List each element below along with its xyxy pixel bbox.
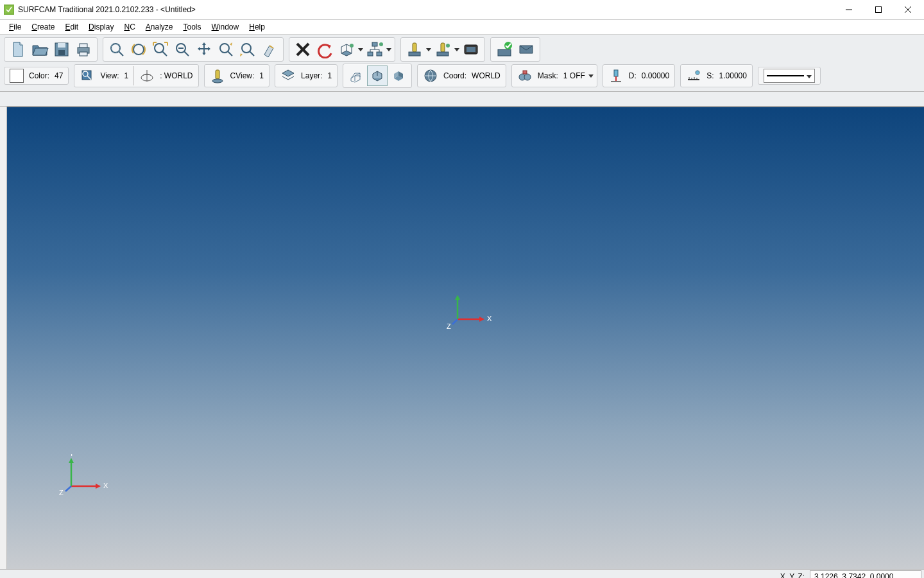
tool-button-2[interactable]: [432, 39, 453, 60]
cview-value[interactable]: 1: [259, 71, 264, 80]
zoom-window-button[interactable]: [107, 39, 127, 60]
new-button[interactable]: [8, 39, 28, 60]
layer-group: Layer: 1: [275, 64, 338, 87]
zoom-out-dynamic-button[interactable]: [237, 39, 258, 60]
menu-display[interactable]: Display: [83, 21, 119, 33]
svg-rect-13: [112, 44, 119, 52]
toolbar-file-group: [4, 37, 98, 62]
mask-dropdown[interactable]: [588, 74, 594, 78]
menu-analyze[interactable]: Analyze: [141, 21, 178, 33]
toolbar-row-2: Color: 47 View: 1 : WORLD CView: 1 Layer…: [4, 64, 920, 88]
menu-window[interactable]: Window: [207, 21, 244, 33]
title-bar: SURFCAM Traditional 2021.0.2102.233 - <U…: [0, 0, 924, 20]
zoom-previous-button[interactable]: [128, 39, 149, 60]
svg-rect-2: [876, 7, 882, 13]
toolbar-area: Color: 47 View: 1 : WORLD CView: 1 Layer…: [0, 35, 924, 92]
layer-icon[interactable]: [278, 66, 298, 85]
zoom-out-button[interactable]: [172, 39, 193, 60]
verify-button[interactable]: [494, 39, 515, 60]
transform-button[interactable]: [336, 39, 357, 60]
transform-dropdown[interactable]: [357, 48, 364, 51]
toolbar-verify-group: [490, 37, 540, 62]
color-swatch[interactable]: [10, 69, 24, 83]
linetype-selector[interactable]: [764, 69, 815, 83]
operations-button[interactable]: [461, 39, 481, 60]
scale-icon[interactable]: [684, 66, 703, 85]
hierarchy-dropdown[interactable]: [386, 48, 392, 51]
shade-group: [343, 64, 412, 88]
undo-button[interactable]: [314, 39, 335, 60]
svg-text:X: X: [103, 482, 108, 489]
tool-dropdown-1[interactable]: [425, 48, 432, 51]
repaint-button[interactable]: [259, 39, 280, 60]
pan-button[interactable]: [194, 39, 214, 60]
view-icon[interactable]: [78, 66, 97, 85]
menu-nc[interactable]: NC: [119, 21, 140, 33]
svg-rect-44: [216, 70, 219, 79]
shaded-edges-button[interactable]: [367, 66, 388, 86]
menu-create[interactable]: Create: [26, 21, 60, 33]
viewport[interactable]: X Y Y Y Z X Y Z: [7, 107, 924, 569]
s-value[interactable]: 1.00000: [719, 71, 747, 80]
world-icon[interactable]: [137, 66, 157, 85]
hierarchy-button[interactable]: [364, 39, 385, 60]
svg-line-73: [65, 486, 71, 491]
color-value[interactable]: 47: [55, 71, 63, 80]
zoom-fit-button[interactable]: [150, 39, 171, 60]
cview-icon[interactable]: [208, 66, 227, 85]
minimize-button[interactable]: [834, 0, 864, 19]
svg-rect-32: [409, 52, 420, 56]
svg-text:Z: Z: [59, 489, 64, 496]
menu-tools[interactable]: Tools: [178, 21, 207, 33]
svg-line-23: [250, 51, 254, 56]
view-value[interactable]: 1: [124, 71, 129, 80]
status-coords: 3.1226, 3.7342, 0.0000: [810, 570, 921, 578]
svg-rect-28: [368, 52, 373, 56]
menu-help[interactable]: Help: [244, 21, 270, 33]
world-label[interactable]: : WORLD: [160, 71, 193, 80]
menu-file[interactable]: File: [4, 21, 26, 33]
ucs-axis-center: X Y Y Y Z: [443, 293, 495, 332]
status-coords-value: 3.1226, 3.7342, 0.0000: [814, 572, 893, 578]
open-button[interactable]: [30, 39, 50, 60]
svg-rect-50: [614, 70, 618, 76]
post-button[interactable]: [516, 39, 536, 60]
close-button[interactable]: [893, 0, 923, 19]
svg-line-21: [228, 51, 232, 56]
coord-label: Coord:: [443, 71, 466, 80]
menu-edit[interactable]: Edit: [60, 21, 83, 33]
tool-dropdown-2[interactable]: [454, 48, 460, 51]
svg-line-18: [184, 51, 189, 56]
svg-text:Y: Y: [456, 293, 461, 294]
svg-rect-27: [372, 42, 377, 46]
delete-button[interactable]: [293, 39, 313, 60]
layer-value[interactable]: 1: [327, 71, 332, 80]
svg-rect-33: [441, 43, 445, 52]
svg-rect-0: [5, 6, 13, 13]
save-button[interactable]: [51, 39, 72, 60]
color-label: Color:: [29, 71, 49, 80]
svg-line-65: [452, 319, 458, 324]
svg-rect-49: [523, 71, 527, 74]
wireframe-button[interactable]: [346, 66, 366, 85]
depth-icon[interactable]: [606, 66, 626, 85]
svg-point-22: [242, 44, 251, 53]
menu-file-label: ile: [13, 22, 21, 31]
print-button[interactable]: [73, 39, 94, 60]
zoom-in-dynamic-button[interactable]: [216, 39, 236, 60]
viewport-left-gutter: [0, 107, 7, 569]
d-value[interactable]: 0.00000: [642, 71, 669, 80]
maximize-button[interactable]: [864, 0, 893, 19]
linetype-group: [758, 67, 821, 85]
shaded-button[interactable]: [389, 66, 408, 85]
mask-icon[interactable]: [515, 66, 535, 85]
svg-marker-71: [69, 458, 74, 463]
coord-value[interactable]: WORLD: [472, 71, 501, 80]
tool-button-1[interactable]: [404, 39, 425, 60]
svg-rect-37: [466, 47, 475, 52]
view-label: View:: [100, 71, 119, 80]
coord-icon[interactable]: [421, 66, 440, 85]
svg-rect-6: [58, 43, 65, 48]
status-bar: X, Y, Z: 3.1226, 3.7342, 0.0000: [0, 569, 924, 578]
mask-value[interactable]: 1 OFF: [563, 71, 585, 80]
